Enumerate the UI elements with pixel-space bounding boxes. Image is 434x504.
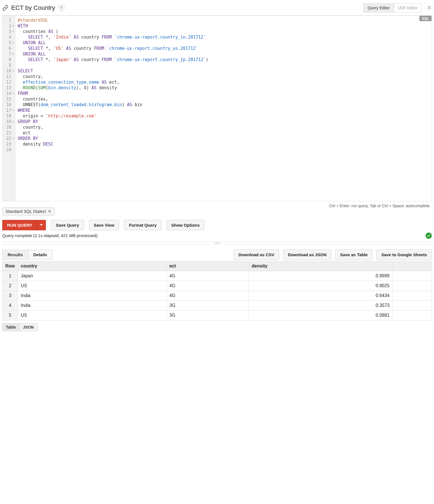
code-line[interactable]: [18, 63, 429, 68]
status-row: Query complete (2.1s elapsed, 421 MB pro…: [2, 233, 432, 239]
format-query-button[interactable]: Format Query: [124, 220, 161, 230]
tab-details[interactable]: Details: [28, 250, 52, 260]
header-left: ECT by Country ?: [2, 4, 363, 12]
cell-spacer: [392, 300, 431, 310]
code-line[interactable]: ORDER BY: [18, 136, 429, 141]
gutter-line: 3▼: [5, 29, 14, 34]
gutter-line: 15: [5, 96, 14, 102]
col-density: density: [249, 261, 392, 271]
table-row: 5US3G0.0981: [3, 310, 432, 320]
gutter-line: 22▼: [5, 136, 14, 141]
code-line[interactable]: ect: [18, 130, 429, 136]
code-line[interactable]: country,: [18, 74, 429, 79]
gutter-line: 10▼: [5, 68, 14, 74]
results-toolbar: Results Details Download as CSV Download…: [2, 249, 432, 260]
gutter-line: 23: [5, 141, 14, 147]
save-as-table-button[interactable]: Save as Table: [335, 249, 372, 260]
query-title: ECT by Country: [11, 4, 55, 12]
code-line[interactable]: UNION ALL: [18, 40, 429, 46]
code-line[interactable]: SELECT: [18, 68, 429, 74]
code-line[interactable]: ROUND(SUM(bin.density), 4) AS density: [18, 85, 429, 91]
download-csv-button[interactable]: Download as CSV: [234, 249, 279, 260]
view-table-button[interactable]: Table: [2, 323, 20, 331]
gutter-line: 21: [5, 130, 14, 136]
tab-udf-editor[interactable]: UDF Editor: [394, 3, 422, 12]
cell-ect: 4G: [166, 291, 249, 300]
col-country: country: [18, 261, 166, 271]
cell-density: 0.6434: [249, 291, 392, 300]
save-view-button[interactable]: Save View: [89, 220, 119, 230]
results-view-tabs: Table JSON: [2, 323, 37, 331]
download-json-button[interactable]: Download as JSON: [283, 249, 332, 260]
help-icon[interactable]: ?: [58, 5, 65, 11]
run-query-dropdown[interactable]: [37, 220, 46, 230]
code-line[interactable]: WHERE: [18, 108, 429, 113]
fold-icon[interactable]: ▼: [12, 29, 14, 34]
dialect-chip-label: Standard SQL Dialect: [5, 209, 46, 214]
code-line[interactable]: [18, 147, 429, 153]
fold-icon[interactable]: ▼: [12, 108, 14, 113]
code-line[interactable]: countries,: [18, 96, 429, 102]
save-query-button[interactable]: Save Query: [51, 220, 84, 230]
success-icon: [426, 233, 432, 239]
close-icon[interactable]: ✕: [427, 4, 432, 12]
editor-code[interactable]: #standardSQLWITH countries AS ( SELECT *…: [15, 16, 431, 201]
cell-density: 0.3573: [249, 300, 392, 310]
cell-ect: 4G: [166, 281, 249, 291]
cell-row: 1: [3, 271, 18, 281]
cell-row: 2: [3, 281, 18, 291]
code-line[interactable]: density DESC: [18, 141, 429, 147]
fold-icon[interactable]: ▼: [12, 136, 14, 141]
code-line[interactable]: UNNEST(dom_content_loaded.histogram.bin)…: [18, 102, 429, 108]
dialect-chip[interactable]: Standard SQL Dialect ✕: [2, 208, 55, 215]
sql-editor[interactable]: SQL 12▼3▼45▼67▼8910▼11121314▼151617▼1819…: [2, 15, 432, 201]
cell-ect: 3G: [166, 300, 249, 310]
view-json-button[interactable]: JSON: [20, 323, 37, 331]
results-table: Row country ect density 1Japan4G0.99992U…: [2, 261, 432, 320]
cell-spacer: [392, 281, 431, 291]
code-line[interactable]: countries AS (: [18, 29, 429, 34]
tab-results[interactable]: Results: [2, 250, 28, 260]
pane-splitter[interactable]: [2, 242, 432, 244]
fold-icon[interactable]: ▼: [12, 119, 14, 124]
code-line[interactable]: SELECT *, 'India' AS country FROM `chrom…: [18, 34, 429, 40]
table-row: 3India4G0.6434: [3, 291, 432, 300]
cell-row: 5: [3, 310, 18, 320]
link-icon: [2, 5, 8, 11]
code-line[interactable]: country,: [18, 124, 429, 130]
cell-spacer: [392, 271, 431, 281]
tab-query-editor[interactable]: Query Editor: [363, 3, 394, 12]
run-query-button[interactable]: RUN QUERY: [2, 220, 37, 230]
code-line[interactable]: WITH: [18, 23, 429, 29]
fold-icon[interactable]: ▼: [12, 91, 14, 96]
cell-country: Japan: [18, 271, 166, 281]
code-line[interactable]: GROUP BY: [18, 119, 429, 124]
cell-ect: 4G: [166, 271, 249, 281]
cell-row: 3: [3, 291, 18, 300]
chip-close-icon[interactable]: ✕: [48, 209, 52, 214]
code-line[interactable]: SELECT *, 'US' AS country FROM `chrome-u…: [18, 46, 429, 51]
col-ect: ect: [166, 261, 249, 271]
fold-icon[interactable]: ▼: [12, 68, 14, 74]
cell-row: 4: [3, 300, 18, 310]
table-row: 1Japan4G0.9999: [3, 271, 432, 281]
fold-icon[interactable]: ▼: [12, 23, 14, 29]
gutter-line: 11: [5, 74, 14, 79]
code-line[interactable]: UNION ALL: [18, 51, 429, 57]
gutter-line: 12: [5, 79, 14, 85]
code-line[interactable]: origin = 'http://example.com': [18, 113, 429, 119]
cell-density: 0.9999: [249, 271, 392, 281]
fold-icon[interactable]: ▼: [12, 40, 14, 46]
fold-icon[interactable]: ▼: [12, 51, 14, 57]
show-options-button[interactable]: Show Options: [167, 220, 205, 230]
code-line[interactable]: FROM: [18, 91, 429, 96]
gutter-line: 2▼: [5, 23, 14, 29]
code-line[interactable]: SELECT *, 'Japan' AS country FROM `chrom…: [18, 57, 429, 63]
header-right: Query Editor UDF Editor ✕: [363, 3, 432, 12]
code-line[interactable]: effective_connection_type.name AS ect,: [18, 79, 429, 85]
save-to-sheets-button[interactable]: Save to Google Sheets: [376, 249, 432, 260]
gutter-line: 24: [5, 147, 14, 153]
code-line[interactable]: #standardSQL: [18, 17, 429, 23]
gutter-line: 8: [5, 57, 14, 63]
sql-badge: SQL: [419, 16, 431, 21]
